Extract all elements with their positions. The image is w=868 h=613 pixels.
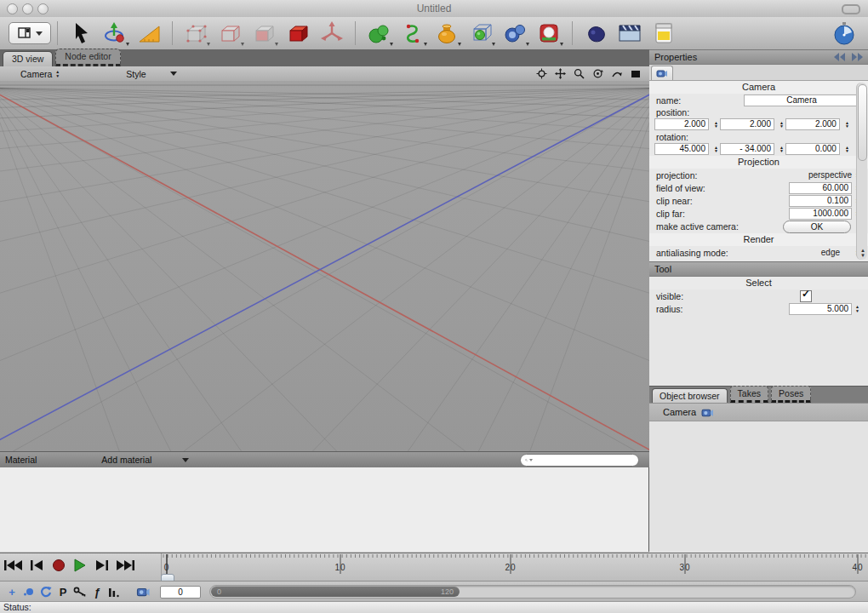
style-dropdown-icon[interactable] <box>170 72 177 76</box>
properties-body: Camera name: Camera position: 2.000 ▲▼ 2… <box>649 81 868 261</box>
light-objects-button[interactable] <box>464 19 498 48</box>
material-search-field[interactable] <box>520 454 639 467</box>
position-key-icon[interactable]: + <box>3 586 20 599</box>
ruler-label: 10 <box>334 563 345 572</box>
animation-range-slider[interactable]: 0 120 <box>209 585 856 599</box>
add-material-button[interactable]: Add material <box>101 455 151 465</box>
animation-clapper-button[interactable] <box>613 19 647 48</box>
rotation-x-field[interactable]: 45.000 <box>654 143 709 155</box>
pan-view-icon[interactable] <box>555 68 566 79</box>
position-x-field[interactable]: 2.000 <box>654 118 709 130</box>
undo-view-icon[interactable] <box>611 68 623 79</box>
fov-label: field of view: <box>656 183 789 193</box>
radius-field[interactable]: 5.000 <box>789 303 852 315</box>
position-x-stepper[interactable]: ▲▼ <box>714 121 718 129</box>
current-frame-field[interactable]: 0 <box>160 586 201 599</box>
visible-label: visible: <box>656 291 800 301</box>
check-icon: ✓ <box>802 288 810 300</box>
rotation-z-field[interactable]: 0.000 <box>785 143 840 155</box>
name-field[interactable]: Camera <box>744 95 859 106</box>
axis-mode-tool[interactable] <box>315 19 349 48</box>
pot-objects-icon <box>434 20 460 46</box>
tab-object-browser[interactable]: Object browser <box>652 388 728 403</box>
layout-view-button[interactable] <box>9 22 51 44</box>
camera-select[interactable]: Camera <box>20 69 52 79</box>
maximize-view-icon[interactable] <box>631 69 641 79</box>
tab-node-editor[interactable]: Node editor <box>55 49 120 66</box>
frame-selection-icon[interactable] <box>536 68 547 79</box>
history-back-icon[interactable] <box>834 53 846 61</box>
status-label: Status: <box>3 602 31 612</box>
rotation-y-stepper[interactable]: ▲▼ <box>779 146 784 153</box>
object-row-camera[interactable]: Camera <box>649 404 868 421</box>
camera-properties-tab[interactable] <box>651 66 673 80</box>
notes-button[interactable] <box>647 19 681 48</box>
radius-stepper[interactable]: ▲▼ <box>855 305 859 312</box>
select-cursor-tool[interactable] <box>64 19 98 48</box>
point-mode-tool[interactable] <box>179 19 213 48</box>
polygon-mode-cube-icon <box>251 20 277 46</box>
polygon-mode-tool[interactable] <box>247 19 281 48</box>
toolbar-toggle-lozenge[interactable] <box>842 4 860 14</box>
camera-icon[interactable] <box>134 586 151 598</box>
projection-value[interactable]: perspective <box>808 170 852 180</box>
tool-dropdown-indicator <box>390 43 393 46</box>
scrollbar-arrows[interactable]: ▲▼ <box>860 248 865 258</box>
camera-select-stepper[interactable]: ▲▼ <box>55 70 60 77</box>
position-y-field[interactable]: 2.000 <box>720 118 774 130</box>
scale-key-icon[interactable] <box>20 587 37 597</box>
viewport-3d[interactable] <box>0 81 650 451</box>
render-settings-button[interactable] <box>532 19 566 48</box>
orbit-view-icon[interactable] <box>592 68 603 79</box>
timeline[interactable]: 0 10 20 30 40 <box>0 553 868 581</box>
camera-objects-button[interactable] <box>498 19 532 48</box>
bars-icon[interactable] <box>106 587 123 598</box>
tab-takes[interactable]: Takes <box>730 386 768 403</box>
style-select[interactable]: Style <box>126 69 146 79</box>
clip-near-field[interactable]: 0.100 <box>789 195 852 207</box>
key-icon[interactable] <box>71 587 89 598</box>
name-label: name: <box>656 95 744 106</box>
pose-icon[interactable]: P <box>54 586 71 599</box>
rotation-z-stepper[interactable]: ▲▼ <box>845 146 849 153</box>
creature-objects-button[interactable] <box>579 19 613 48</box>
clip-near-label: clip near: <box>656 196 789 206</box>
ruler-label: 20 <box>505 563 516 572</box>
fcurve-icon[interactable]: ƒ <box>89 586 106 599</box>
history-forward-icon[interactable] <box>851 53 863 61</box>
zoom-view-icon[interactable] <box>574 68 585 79</box>
add-material-dropdown-icon[interactable] <box>182 458 189 462</box>
scrollbar-thumb[interactable] <box>858 84 867 161</box>
position-z-field[interactable]: 2.000 <box>785 118 840 130</box>
animation-range-fill[interactable]: 0 120 <box>211 587 460 597</box>
make-active-camera-ok-button[interactable]: OK <box>783 221 851 233</box>
edge-mode-tool[interactable] <box>213 19 247 48</box>
tab-poses[interactable]: Poses <box>771 386 811 403</box>
fov-field[interactable]: 60.000 <box>789 182 852 194</box>
spline-objects-button[interactable] <box>396 19 430 48</box>
properties-header: Properties <box>649 49 868 65</box>
tab-3d-view[interactable]: 3D view <box>3 51 53 66</box>
spline-objects-icon <box>400 20 425 46</box>
measure-tool[interactable] <box>132 19 166 48</box>
rotation-key-icon[interactable] <box>37 586 54 598</box>
position-z-stepper[interactable]: ▲▼ <box>845 121 849 129</box>
clip-far-field[interactable]: 1000.000 <box>789 208 852 220</box>
material-list[interactable] <box>0 467 649 552</box>
antialiasing-value[interactable]: edge <box>821 248 840 257</box>
object-mode-tool[interactable] <box>281 19 315 48</box>
toolbar-separator <box>172 21 173 45</box>
properties-scrollbar[interactable]: ▲▼ <box>856 83 867 260</box>
move-tool[interactable] <box>98 19 132 48</box>
visible-checkbox[interactable]: ✓ <box>800 290 812 302</box>
clip-far-label: clip far: <box>656 209 789 219</box>
timer-button[interactable] <box>827 19 861 48</box>
polygon-objects-icon <box>366 20 391 46</box>
material-search-input[interactable] <box>534 455 634 465</box>
timeline-ruler[interactable] <box>0 553 868 581</box>
rotation-y-field[interactable]: - 34.000 <box>720 143 774 155</box>
pot-objects-button[interactable] <box>430 19 464 48</box>
rotation-x-stepper[interactable]: ▲▼ <box>714 146 718 153</box>
polygon-objects-button[interactable] <box>362 19 396 48</box>
position-y-stepper[interactable]: ▲▼ <box>779 121 784 129</box>
